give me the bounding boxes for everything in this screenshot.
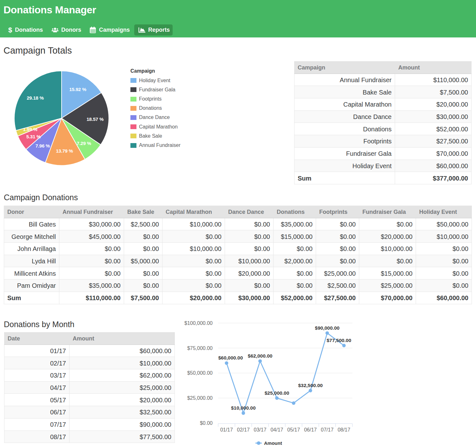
svg-text:01/17: 01/17 <box>220 427 233 432</box>
svg-text:07/17: 07/17 <box>321 427 334 432</box>
svg-text:$77,500.00: $77,500.00 <box>327 338 351 343</box>
svg-text:$60,000.00: $60,000.00 <box>218 355 243 360</box>
svg-text:05/17: 05/17 <box>287 427 300 432</box>
svg-text:Amount: Amount <box>264 440 282 446</box>
svg-text:06/17: 06/17 <box>304 427 317 432</box>
svg-text:04/17: 04/17 <box>270 427 283 432</box>
svg-text:$25,000.00: $25,000.00 <box>265 390 289 396</box>
svg-text:$10,000.00: $10,000.00 <box>231 405 256 411</box>
svg-text:$50,000.00: $50,000.00 <box>187 370 213 376</box>
svg-text:$62,000.00: $62,000.00 <box>248 353 273 359</box>
svg-text:02/17: 02/17 <box>237 427 250 432</box>
svg-text:$100,000.00: $100,000.00 <box>184 320 213 326</box>
svg-text:$32,500.00: $32,500.00 <box>298 383 323 388</box>
svg-text:$25,000.00: $25,000.00 <box>187 395 213 401</box>
svg-text:$0.00: $0.00 <box>200 420 213 426</box>
svg-text:$90,000.00: $90,000.00 <box>315 325 340 331</box>
svg-text:$75,000.00: $75,000.00 <box>187 346 213 351</box>
svg-text:03/17: 03/17 <box>254 427 267 432</box>
svg-text:08/17: 08/17 <box>338 427 350 432</box>
